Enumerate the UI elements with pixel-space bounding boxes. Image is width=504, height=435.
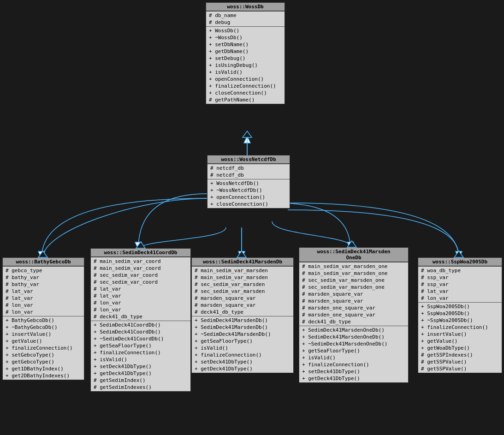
bathygebcodb-fields: # gebco_type # bathy_var # bathy_var # l… [3, 266, 84, 316]
sedimdeck41marsdenonedb-methods: + SedimDeck41MarsdenOneDb() + SedimDeck4… [299, 326, 408, 382]
bathygebcodb-title: woss::BathyGebcoDb [3, 258, 84, 266]
sedimdeck41coorddb-box: woss::SedimDeck41CoordDb # main_sedim_va… [90, 248, 191, 392]
wossdb-methods: + WossDb() + ~WossDb() + setDbName() + g… [206, 26, 285, 104]
wossdb-field-1: # db_name [206, 12, 285, 19]
sedimdeck41coorddb-title: woss::SedimDeck41CoordDb [91, 249, 190, 257]
sedimdeck41marsdenonedb-box: woss::SedimDeck41Marsden OneDb # main_se… [299, 247, 409, 383]
svg-marker-10 [136, 242, 145, 248]
sspwoa2005db-title: woss::SspWoa2005Db [418, 258, 502, 266]
uml-diagram: woss::WossDb # db_name # debug + WossDb(… [0, 0, 504, 435]
wossnetcdfdb-fields: # netcdf_db # netcdf_db [208, 164, 290, 179]
sedimdeck41marsdendb-box: woss::SedimDeck41MarsdenDb # main_sedim_… [191, 257, 294, 373]
wossdb-title: woss::WossDb [206, 3, 285, 11]
bathygebcodb-box: woss::BathyGebcoDb # gebco_type # bathy_… [2, 257, 84, 380]
wossnetcdfdb-title: woss::WossNetcdfDb [208, 155, 290, 164]
sedimdeck41marsdendb-methods: + SedimDeck41MarsdenDb() + SedimDeck41Ma… [192, 316, 293, 373]
wossnetcdfdb-methods: + WossNetcdfDb() + ~WossNetcdfDb() + ope… [208, 179, 290, 208]
bathygebcodb-methods: + BathyGebcoDb() + ~BathyGebcoDb() + ins… [3, 316, 84, 380]
sedimdeck41marsdendb-title: woss::SedimDeck41MarsdenDb [192, 258, 293, 266]
sspwoa2005db-methods: + SspWoa2005Db() + SspWoa2005Db() + ~Ssp… [418, 302, 502, 373]
wossdb-field-2: # debug [206, 19, 285, 26]
svg-marker-14 [454, 251, 463, 257]
wossdb-fields: # db_name # debug [206, 11, 285, 26]
sspwoa2005db-fields: # woa_db_type # ssp_var # ssp_var # lat_… [418, 266, 502, 302]
sedimdeck41coorddb-methods: + SedimDeck41CoordDb() + SedimDeck41Coor… [91, 321, 190, 391]
sedimdeck41marsdenonedb-title: woss::SedimDeck41Marsden OneDb [299, 248, 408, 262]
sspwoa2005db-box: woss::SspWoa2005Db # woa_db_type # ssp_v… [418, 257, 502, 373]
svg-marker-9 [38, 251, 47, 257]
svg-marker-1 [244, 136, 250, 143]
sedimdeck41marsdenonedb-fields: # main_sedim_var_marsden_one # main_sedi… [299, 262, 408, 326]
svg-marker-13 [347, 241, 356, 247]
wossdb-box: woss::WossDb # db_name # debug + WossDb(… [206, 2, 285, 104]
svg-marker-12 [237, 251, 246, 257]
svg-marker-8 [243, 131, 252, 137]
sedimdeck41coorddb-fields: # main_sedim_var_coord # main_sedim_var_… [91, 257, 190, 321]
sedimdeck41marsdendb-fields: # main_sedim_var_marsden # main_sedim_va… [192, 266, 293, 316]
wossnetcdfdb-box: woss::WossNetcdfDb # netcdf_db # netcdf_… [207, 155, 290, 209]
